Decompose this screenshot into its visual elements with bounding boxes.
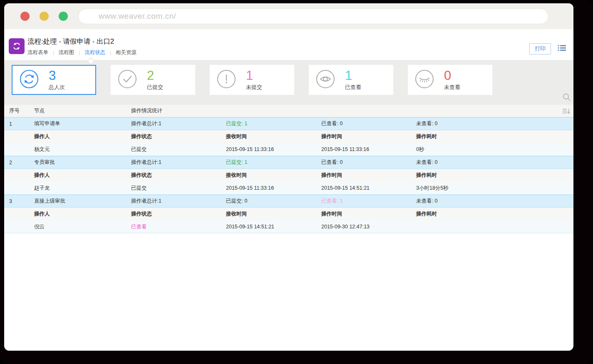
stat-label-submitted: 已提交: [147, 84, 163, 91]
tab-separator: |: [53, 50, 54, 55]
operator-receive-time: 2015-09-15 11:33:16: [226, 146, 321, 152]
stat-card-viewed[interactable]: 1 已查看: [309, 65, 393, 95]
column-header-duration: 操作耗时: [416, 172, 573, 179]
window-controls: [20, 12, 68, 21]
node-summary-row[interactable]: 1 填写申请单 操作者总计:1 已提交: 1 已查看: 0 未查看: 0: [4, 117, 573, 130]
node-unviewed-count: 未查看: 0: [416, 198, 573, 205]
node-operator-total: 操作者总计:1: [131, 198, 226, 205]
operator-receive-time: 2015-09-15 11:33:16: [226, 185, 321, 191]
stat-label-unviewed: 未查看: [444, 84, 460, 91]
print-button[interactable]: 打印: [529, 43, 551, 54]
operator-name: 杨文元: [34, 146, 131, 153]
tab-workflow-form[interactable]: 流程表单: [27, 49, 48, 56]
operator-duration: 0秒: [416, 146, 573, 153]
stat-card-unsubmitted[interactable]: 1 未提交: [210, 65, 294, 95]
tab-separator: |: [79, 50, 80, 55]
node-name: 专员审批: [34, 159, 131, 166]
minimize-window-button[interactable]: [40, 12, 49, 21]
column-header-operator: 操作人: [34, 210, 131, 218]
eye-closed-icon: [415, 69, 434, 90]
column-header-operator: 操作人: [34, 133, 131, 140]
cycle-arrows-icon: [11, 41, 22, 52]
table-header-row: 序号 节点 操作情况统计: [4, 105, 573, 117]
column-header-receive-time: 接收时间: [226, 133, 321, 140]
stat-value-submitted: 2: [147, 69, 163, 82]
operator-header-row: 操作人 操作状态 接收时间 操作时间 操作耗时: [4, 169, 573, 182]
operator-status: 已提交: [131, 146, 226, 153]
operator-operate-time: 2015-09-15 14:51:21: [321, 185, 416, 191]
node-operator-total: 操作者总计:1: [131, 159, 226, 166]
operator-row: 赵子龙 已提交 2015-09-15 11:33:16 2015-09-15 1…: [4, 182, 573, 195]
column-header-stats: 操作情况统计: [131, 107, 226, 114]
operator-status: 已查看: [131, 223, 226, 230]
close-window-button[interactable]: [20, 12, 30, 21]
node-unviewed-count: 未查看: 0: [416, 120, 573, 127]
column-header-operate-time: 操作时间: [321, 210, 416, 218]
sort-list-icon[interactable]: [561, 107, 571, 116]
column-header-status: 操作状态: [131, 210, 226, 218]
eye-open-icon: [316, 69, 335, 90]
browser-chrome: www.weaver.com.cn/: [4, 3, 573, 29]
check-icon: [118, 69, 137, 90]
stat-label-viewed: 已查看: [345, 84, 361, 91]
node-viewed-count: 已查看: 1: [321, 198, 416, 205]
node-viewed-count: 已查看: 0: [321, 159, 416, 166]
address-bar[interactable]: www.weaver.com.cn/: [78, 9, 548, 24]
page-title: 流程:处理 - 请假申请 - 出口2: [27, 37, 136, 46]
column-header-seq: 序号: [9, 107, 34, 114]
node-summary-row[interactable]: 2 专员审批 操作者总计:1 已提交: 1 已查看: 0 未查看: 0: [4, 156, 573, 169]
address-bar-url: www.weaver.com.cn/: [99, 12, 176, 21]
stat-card-total[interactable]: 3 总人次: [12, 65, 96, 95]
node-unviewed-count: 未查看: 0: [416, 159, 573, 166]
stats-band: 3 总人次 2 已提交: [4, 60, 573, 105]
operator-operate-time: 2015-09-15 11:33:16: [321, 146, 416, 152]
node-submitted-count: 已提交: 1: [226, 159, 321, 166]
zoom-window-button[interactable]: [59, 12, 68, 21]
node-submitted-count: 已提交: 1: [226, 120, 321, 127]
list-menu-icon[interactable]: [557, 44, 567, 54]
screenshot-canvas: www.weaver.com.cn/ 流程:处理 - 请假申请 - 出口2 流程…: [0, 0, 593, 364]
tab-workflow-status[interactable]: 流程状态: [84, 49, 105, 56]
operator-header-row: 操作人 操作状态 接收时间 操作时间 操作耗时: [4, 130, 573, 143]
stat-value-total: 3: [49, 69, 65, 82]
tab-separator: |: [110, 50, 111, 55]
column-header-duration: 操作耗时: [416, 133, 573, 140]
node-seq: 3: [9, 198, 34, 204]
node-submitted-count: 已提交: 0: [226, 198, 321, 205]
cycle-icon: [20, 69, 39, 90]
column-header-receive-time: 接收时间: [226, 210, 321, 218]
operator-name: 倪云: [34, 223, 131, 230]
operator-row: 倪云 已查看 2015-09-15 14:51:21 2015-09-30 12…: [4, 220, 573, 233]
page-header: 流程:处理 - 请假申请 - 出口2 流程表单 | 流程图 | 流程状态 | 相…: [4, 29, 573, 60]
stat-card-submitted[interactable]: 2 已提交: [111, 65, 195, 95]
column-header-operate-time: 操作时间: [321, 172, 416, 179]
status-table: 序号 节点 操作情况统计 1 填写申请单 操作者: [4, 105, 573, 233]
operator-duration: 3小时18分5秒: [416, 185, 573, 192]
operator-status: 已提交: [131, 185, 226, 192]
column-header-duration: 操作耗时: [416, 210, 573, 218]
node-name: 直接上级审批: [34, 198, 131, 205]
operator-row: 杨文元 已提交 2015-09-15 11:33:16 2015-09-15 1…: [4, 143, 573, 156]
node-viewed-count: 已查看: 0: [321, 120, 416, 127]
stat-label-total: 总人次: [49, 84, 65, 91]
stat-value-unviewed: 0: [444, 69, 460, 82]
stat-card-unviewed[interactable]: 0 未查看: [408, 65, 492, 95]
operator-operate-time: 2015-09-30 12:47:13: [321, 224, 416, 230]
operator-header-row: 操作人 操作状态 接收时间 操作时间 操作耗时: [4, 208, 573, 220]
column-header-status: 操作状态: [131, 133, 226, 140]
tab-bar: 流程表单 | 流程图 | 流程状态 | 相关资源: [27, 49, 136, 56]
stat-value-unsubmitted: 1: [246, 69, 262, 82]
workflow-app-icon: [9, 38, 25, 54]
tab-workflow-chart[interactable]: 流程图: [59, 49, 74, 56]
node-seq: 1: [9, 121, 34, 127]
column-header-status: 操作状态: [131, 172, 226, 179]
stat-label-unsubmitted: 未提交: [246, 84, 262, 91]
stat-value-viewed: 1: [345, 69, 361, 82]
node-summary-row[interactable]: 3 直接上级审批 操作者总计:1 已提交: 0 已查看: 1 未查看: 0: [4, 195, 573, 208]
tab-related-resources[interactable]: 相关资源: [116, 49, 136, 56]
search-icon[interactable]: [562, 93, 571, 103]
column-header-operator: 操作人: [34, 172, 131, 179]
browser-window: www.weaver.com.cn/ 流程:处理 - 请假申请 - 出口2 流程…: [4, 3, 573, 351]
column-header-receive-time: 接收时间: [226, 172, 321, 179]
node-name: 填写申请单: [34, 120, 131, 127]
